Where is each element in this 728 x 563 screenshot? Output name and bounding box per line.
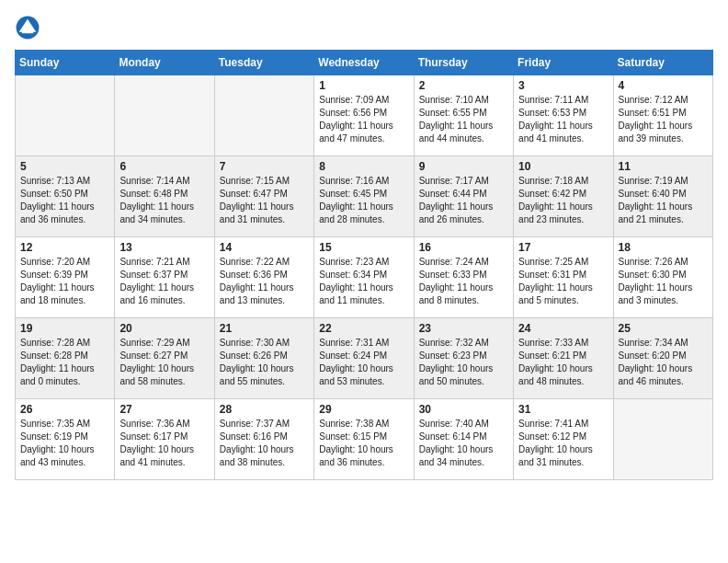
- cell-content: Sunrise: 7:26 AM Sunset: 6:30 PM Dayligh…: [619, 256, 708, 307]
- calendar-cell: 26Sunrise: 7:35 AM Sunset: 6:19 PM Dayli…: [16, 399, 115, 480]
- calendar-cell: [613, 399, 712, 480]
- day-number: 8: [319, 160, 408, 173]
- calendar-cell: 13Sunrise: 7:21 AM Sunset: 6:37 PM Dayli…: [115, 237, 214, 318]
- cell-content: Sunrise: 7:29 AM Sunset: 6:27 PM Dayligh…: [119, 337, 209, 388]
- cell-content: Sunrise: 7:30 AM Sunset: 6:26 PM Dayligh…: [220, 337, 309, 388]
- calendar-cell: 15Sunrise: 7:23 AM Sunset: 6:34 PM Dayli…: [314, 237, 414, 318]
- col-header-wednesday: Wednesday: [314, 51, 414, 75]
- calendar-cell: 20Sunrise: 7:29 AM Sunset: 6:27 PM Dayli…: [115, 318, 214, 399]
- day-number: 14: [220, 241, 309, 254]
- calendar-cell: 22Sunrise: 7:31 AM Sunset: 6:24 PM Dayli…: [314, 318, 414, 399]
- day-number: 22: [319, 322, 408, 335]
- calendar-cell: 19Sunrise: 7:28 AM Sunset: 6:28 PM Dayli…: [16, 318, 115, 399]
- calendar-cell: 21Sunrise: 7:30 AM Sunset: 6:26 PM Dayli…: [214, 318, 313, 399]
- calendar-cell: 18Sunrise: 7:26 AM Sunset: 6:30 PM Dayli…: [613, 237, 712, 318]
- col-header-monday: Monday: [115, 51, 214, 75]
- logo: [15, 15, 44, 40]
- cell-content: Sunrise: 7:10 AM Sunset: 6:55 PM Dayligh…: [419, 94, 508, 145]
- calendar-cell: 24Sunrise: 7:33 AM Sunset: 6:21 PM Dayli…: [514, 318, 613, 399]
- day-number: 31: [518, 403, 608, 416]
- calendar-cell: 4Sunrise: 7:12 AM Sunset: 6:51 PM Daylig…: [613, 75, 712, 156]
- day-number: 5: [20, 160, 109, 173]
- cell-content: Sunrise: 7:31 AM Sunset: 6:24 PM Dayligh…: [319, 337, 408, 388]
- col-header-friday: Friday: [514, 51, 613, 75]
- day-number: 16: [419, 241, 508, 254]
- cell-content: Sunrise: 7:19 AM Sunset: 6:40 PM Dayligh…: [619, 175, 708, 226]
- cell-content: Sunrise: 7:11 AM Sunset: 6:53 PM Dayligh…: [518, 94, 608, 145]
- page-header: [15, 15, 713, 40]
- logo-icon: [15, 15, 40, 40]
- calendar-cell: 6Sunrise: 7:14 AM Sunset: 6:48 PM Daylig…: [115, 156, 214, 237]
- cell-content: Sunrise: 7:09 AM Sunset: 6:56 PM Dayligh…: [319, 94, 408, 145]
- calendar-week-2: 5Sunrise: 7:13 AM Sunset: 6:50 PM Daylig…: [16, 156, 713, 237]
- day-number: 13: [119, 241, 209, 254]
- col-header-tuesday: Tuesday: [214, 51, 313, 75]
- calendar-cell: 14Sunrise: 7:22 AM Sunset: 6:36 PM Dayli…: [214, 237, 313, 318]
- cell-content: Sunrise: 7:41 AM Sunset: 6:12 PM Dayligh…: [518, 418, 608, 469]
- cell-content: Sunrise: 7:13 AM Sunset: 6:50 PM Dayligh…: [20, 175, 109, 226]
- day-number: 24: [518, 322, 608, 335]
- day-number: 10: [518, 160, 608, 173]
- day-number: 4: [619, 79, 708, 92]
- day-number: 17: [518, 241, 608, 254]
- day-number: 29: [319, 403, 408, 416]
- day-number: 11: [619, 160, 708, 173]
- day-number: 1: [319, 79, 408, 92]
- calendar-cell: 28Sunrise: 7:37 AM Sunset: 6:16 PM Dayli…: [214, 399, 313, 480]
- cell-content: Sunrise: 7:28 AM Sunset: 6:28 PM Dayligh…: [20, 337, 109, 388]
- cell-content: Sunrise: 7:37 AM Sunset: 6:16 PM Dayligh…: [220, 418, 309, 469]
- day-number: 28: [220, 403, 309, 416]
- calendar-cell: 12Sunrise: 7:20 AM Sunset: 6:39 PM Dayli…: [16, 237, 115, 318]
- day-number: 6: [119, 160, 209, 173]
- cell-content: Sunrise: 7:40 AM Sunset: 6:14 PM Dayligh…: [419, 418, 508, 469]
- calendar-header-row: SundayMondayTuesdayWednesdayThursdayFrid…: [16, 51, 713, 75]
- calendar-week-1: 1Sunrise: 7:09 AM Sunset: 6:56 PM Daylig…: [16, 75, 713, 156]
- col-header-sunday: Sunday: [16, 51, 115, 75]
- cell-content: Sunrise: 7:14 AM Sunset: 6:48 PM Dayligh…: [119, 175, 209, 226]
- day-number: 25: [619, 322, 708, 335]
- cell-content: Sunrise: 7:33 AM Sunset: 6:21 PM Dayligh…: [518, 337, 608, 388]
- calendar-cell: 11Sunrise: 7:19 AM Sunset: 6:40 PM Dayli…: [613, 156, 712, 237]
- calendar-week-5: 26Sunrise: 7:35 AM Sunset: 6:19 PM Dayli…: [16, 399, 713, 480]
- col-header-saturday: Saturday: [613, 51, 712, 75]
- day-number: 3: [518, 79, 608, 92]
- calendar-cell: 2Sunrise: 7:10 AM Sunset: 6:55 PM Daylig…: [414, 75, 513, 156]
- day-number: 18: [619, 241, 708, 254]
- day-number: 19: [20, 322, 109, 335]
- day-number: 23: [419, 322, 508, 335]
- calendar-cell: 25Sunrise: 7:34 AM Sunset: 6:20 PM Dayli…: [613, 318, 712, 399]
- cell-content: Sunrise: 7:34 AM Sunset: 6:20 PM Dayligh…: [619, 337, 708, 388]
- day-number: 7: [220, 160, 309, 173]
- cell-content: Sunrise: 7:36 AM Sunset: 6:17 PM Dayligh…: [119, 418, 209, 469]
- calendar-cell: 17Sunrise: 7:25 AM Sunset: 6:31 PM Dayli…: [514, 237, 613, 318]
- calendar-cell: 23Sunrise: 7:32 AM Sunset: 6:23 PM Dayli…: [414, 318, 513, 399]
- cell-content: Sunrise: 7:24 AM Sunset: 6:33 PM Dayligh…: [419, 256, 508, 307]
- cell-content: Sunrise: 7:12 AM Sunset: 6:51 PM Dayligh…: [619, 94, 708, 145]
- cell-content: Sunrise: 7:16 AM Sunset: 6:45 PM Dayligh…: [319, 175, 408, 226]
- calendar-table: SundayMondayTuesdayWednesdayThursdayFrid…: [15, 50, 713, 480]
- calendar-cell: 27Sunrise: 7:36 AM Sunset: 6:17 PM Dayli…: [115, 399, 214, 480]
- day-number: 9: [419, 160, 508, 173]
- calendar-cell: 5Sunrise: 7:13 AM Sunset: 6:50 PM Daylig…: [16, 156, 115, 237]
- day-number: 30: [419, 403, 508, 416]
- calendar-cell: 7Sunrise: 7:15 AM Sunset: 6:47 PM Daylig…: [214, 156, 313, 237]
- calendar-cell: 1Sunrise: 7:09 AM Sunset: 6:56 PM Daylig…: [314, 75, 414, 156]
- calendar-cell: 31Sunrise: 7:41 AM Sunset: 6:12 PM Dayli…: [514, 399, 613, 480]
- cell-content: Sunrise: 7:21 AM Sunset: 6:37 PM Dayligh…: [119, 256, 209, 307]
- calendar-cell: 16Sunrise: 7:24 AM Sunset: 6:33 PM Dayli…: [414, 237, 513, 318]
- calendar-cell: [214, 75, 313, 156]
- day-number: 21: [220, 322, 309, 335]
- calendar-cell: 29Sunrise: 7:38 AM Sunset: 6:15 PM Dayli…: [314, 399, 414, 480]
- svg-rect-2: [22, 30, 33, 33]
- day-number: 2: [419, 79, 508, 92]
- calendar-cell: [16, 75, 115, 156]
- calendar-week-3: 12Sunrise: 7:20 AM Sunset: 6:39 PM Dayli…: [16, 237, 713, 318]
- col-header-thursday: Thursday: [414, 51, 513, 75]
- day-number: 27: [119, 403, 209, 416]
- calendar-cell: 9Sunrise: 7:17 AM Sunset: 6:44 PM Daylig…: [414, 156, 513, 237]
- cell-content: Sunrise: 7:23 AM Sunset: 6:34 PM Dayligh…: [319, 256, 408, 307]
- calendar-cell: 3Sunrise: 7:11 AM Sunset: 6:53 PM Daylig…: [514, 75, 613, 156]
- day-number: 20: [119, 322, 209, 335]
- calendar-cell: [115, 75, 214, 156]
- cell-content: Sunrise: 7:38 AM Sunset: 6:15 PM Dayligh…: [319, 418, 408, 469]
